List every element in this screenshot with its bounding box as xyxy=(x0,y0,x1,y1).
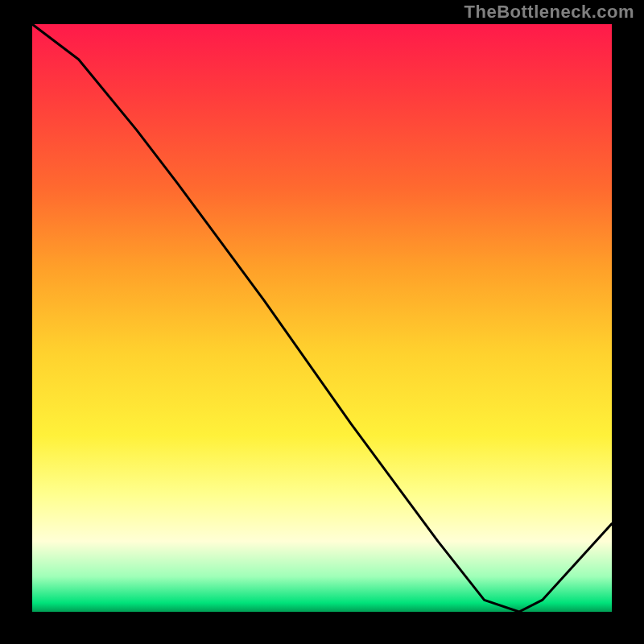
chart-frame: TheBottleneck.com xyxy=(0,0,644,644)
bottleneck-line xyxy=(32,24,612,612)
plot-area xyxy=(32,24,612,612)
watermark-text: TheBottleneck.com xyxy=(464,2,634,23)
